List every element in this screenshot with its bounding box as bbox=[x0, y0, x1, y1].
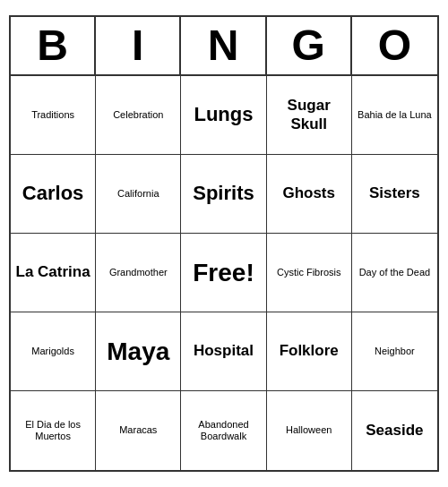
bingo-cell: Spirits bbox=[181, 155, 266, 234]
bingo-card: BINGO TraditionsCelebrationLungsSugar Sk… bbox=[9, 15, 439, 472]
bingo-cell: Maya bbox=[96, 312, 181, 391]
cell-text: Seaside bbox=[366, 422, 423, 440]
bingo-grid: TraditionsCelebrationLungsSugar SkullBah… bbox=[11, 76, 437, 470]
cell-text: Halloween bbox=[286, 424, 332, 436]
cell-text: Marigolds bbox=[31, 346, 74, 357]
header-letter: O bbox=[352, 17, 437, 74]
bingo-cell: Bahia de la Luna bbox=[352, 76, 437, 155]
bingo-cell: Hospital bbox=[181, 312, 266, 391]
bingo-cell: Neighbor bbox=[352, 312, 437, 391]
cell-text: Day of the Dead bbox=[359, 267, 431, 278]
bingo-cell: Halloween bbox=[267, 391, 352, 470]
bingo-cell: Maracas bbox=[96, 391, 181, 470]
cell-text: Bahia de la Luna bbox=[358, 109, 432, 121]
cell-text: La Catrina bbox=[16, 263, 90, 281]
cell-text: Neighbor bbox=[375, 346, 415, 357]
bingo-cell: California bbox=[96, 155, 181, 234]
cell-text: Cystic Fibrosis bbox=[277, 267, 341, 278]
cell-text: Grandmother bbox=[109, 267, 168, 278]
header-letter: B bbox=[11, 17, 96, 74]
cell-text: El Dia de los Muertos bbox=[14, 419, 91, 442]
cell-text: Sugar Skull bbox=[271, 97, 348, 133]
bingo-cell: Day of the Dead bbox=[352, 234, 437, 312]
cell-text: Folklore bbox=[280, 342, 339, 360]
cell-text: Traditions bbox=[31, 109, 74, 121]
cell-text: Sisters bbox=[369, 184, 420, 202]
header-letter: N bbox=[181, 17, 266, 74]
bingo-cell: La Catrina bbox=[11, 234, 96, 312]
bingo-cell: Carlos bbox=[11, 155, 96, 234]
bingo-cell: Ghosts bbox=[267, 155, 352, 234]
bingo-cell: Sisters bbox=[352, 155, 437, 234]
cell-text: Hospital bbox=[194, 342, 254, 360]
cell-text: Abandoned Boardwalk bbox=[185, 419, 262, 442]
bingo-cell: Free! bbox=[181, 234, 266, 312]
bingo-header: BINGO bbox=[11, 17, 437, 76]
cell-text: Lungs bbox=[194, 103, 253, 126]
bingo-cell: El Dia de los Muertos bbox=[11, 391, 96, 470]
cell-text: California bbox=[117, 188, 159, 200]
bingo-cell: Celebration bbox=[96, 76, 181, 155]
cell-text: Free! bbox=[193, 258, 254, 288]
bingo-cell: Seaside bbox=[352, 391, 437, 470]
cell-text: Spirits bbox=[193, 182, 254, 205]
bingo-cell: Sugar Skull bbox=[267, 76, 352, 155]
bingo-cell: Folklore bbox=[267, 312, 352, 391]
header-letter: G bbox=[267, 17, 352, 74]
bingo-cell: Marigolds bbox=[11, 312, 96, 391]
cell-text: Maya bbox=[107, 337, 169, 367]
bingo-cell: Lungs bbox=[181, 76, 266, 155]
bingo-cell: Cystic Fibrosis bbox=[267, 234, 352, 312]
cell-text: Carlos bbox=[22, 182, 83, 205]
cell-text: Ghosts bbox=[282, 184, 335, 202]
bingo-cell: Abandoned Boardwalk bbox=[181, 391, 266, 470]
bingo-cell: Grandmother bbox=[96, 234, 181, 312]
cell-text: Celebration bbox=[113, 109, 163, 121]
bingo-cell: Traditions bbox=[11, 76, 96, 155]
cell-text: Maracas bbox=[119, 424, 157, 436]
header-letter: I bbox=[96, 17, 181, 74]
